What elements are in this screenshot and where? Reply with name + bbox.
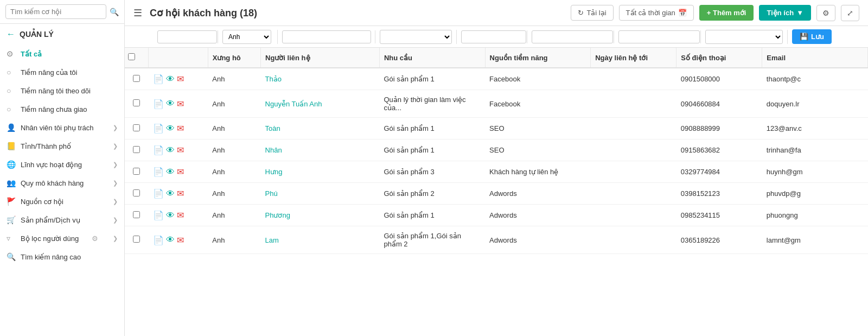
gear-icon[interactable]: ⚙	[92, 234, 98, 243]
doc-icon[interactable]: 📄	[153, 145, 164, 155]
eye-icon[interactable]: 👁	[166, 74, 175, 84]
mail-icon[interactable]: ✉	[177, 99, 184, 109]
row-actions-cell: 📄 👁 ✉	[149, 140, 208, 161]
mail-icon[interactable]: ✉	[177, 145, 184, 155]
eye-icon[interactable]: 👁	[166, 211, 175, 220]
sidebar-item-tiem-nang-toi-theo-doi[interactable]: ○ Tiềm năng tôi theo dõi	[0, 81, 124, 100]
row-sdt: 0901508000	[676, 68, 762, 90]
row-nguon: Facebook	[485, 90, 591, 118]
row-ngay	[591, 161, 676, 183]
chevron-right-icon-5: ❯	[113, 198, 118, 205]
filter-chuc-vu-select[interactable]	[380, 30, 452, 44]
row-email: huynh@gm	[762, 161, 868, 183]
eye-icon[interactable]: 👁	[166, 99, 175, 109]
row-checkbox[interactable]	[133, 189, 140, 196]
row-nguoi-lien-he: Thảo	[261, 68, 380, 90]
doc-icon[interactable]: 📄	[153, 74, 164, 84]
row-checkbox[interactable]	[133, 75, 140, 82]
filter-nhu-cau-input[interactable]	[157, 30, 217, 43]
filter-nguoi-lien-he	[278, 30, 375, 43]
nguoi-lien-he-link[interactable]: Toàn	[265, 124, 280, 132]
eye-icon[interactable]: 👁	[166, 167, 175, 177]
doc-icon[interactable]: 📄	[153, 123, 164, 134]
sidebar-item-bo-loc[interactable]: ▿ Bộ lọc người dùng ⚙ ❯	[0, 229, 124, 248]
doc-icon[interactable]: 📄	[153, 188, 164, 199]
nguoi-lien-he-link[interactable]: Lam	[265, 236, 279, 244]
row-checkbox[interactable]	[133, 99, 140, 106]
nguoi-lien-he-link[interactable]: Hưng	[265, 168, 283, 176]
doc-icon[interactable]: 📄	[153, 167, 164, 177]
filter-xung-ho-select[interactable]: Anh Chị Ông Bà	[222, 30, 271, 44]
mail-icon[interactable]: ✉	[177, 210, 184, 220]
row-ngay	[591, 118, 676, 140]
filter-nguoi-lien-he-input[interactable]	[282, 30, 371, 43]
earth-icon: 🌐	[7, 160, 16, 169]
add-new-button[interactable]: + Thêm mới	[699, 5, 754, 21]
sidebar-item-nhan-vien[interactable]: 👤 Nhân viên tôi phụ trách ❯	[0, 118, 124, 137]
doc-icon[interactable]: 📄	[153, 235, 164, 245]
expand-button[interactable]: ⤢	[841, 5, 859, 21]
sidebar-item-label: Quy mô khách hàng	[21, 179, 84, 187]
filter-sdt-input[interactable]	[461, 30, 526, 43]
sidebar-item-quy-mo[interactable]: 👥 Quy mô khách hàng ❯	[0, 174, 124, 192]
row-checkbox[interactable]	[133, 236, 140, 243]
reload-button[interactable]: ↻ Tải lại	[571, 5, 613, 21]
filter-nguon-select[interactable]	[705, 30, 783, 44]
eye-icon[interactable]: 👁	[166, 145, 175, 155]
mail-icon[interactable]: ✉	[177, 74, 184, 84]
save-button[interactable]: 💾 Lưu	[792, 29, 832, 44]
time-filter-button[interactable]: Tất cả thời gian 📅	[619, 5, 694, 21]
mail-icon[interactable]: ✉	[177, 167, 184, 177]
doc-icon[interactable]: 📄	[153, 210, 164, 220]
sidebar-item-tat-ca[interactable]: ⊙ Tất cả	[0, 45, 124, 63]
filter-email-input[interactable]	[532, 30, 613, 43]
row-nguon: SEO	[485, 118, 591, 140]
sidebar-item-tiem-nang-cua-toi[interactable]: ○ Tiềm năng của tôi	[0, 63, 124, 81]
row-nhu-cau: Gói sản phẩm 1	[379, 68, 485, 90]
tienich-button[interactable]: Tiện ích ▼	[759, 5, 811, 21]
row-checkbox-cell	[125, 226, 149, 254]
eye-icon[interactable]: 👁	[166, 235, 175, 245]
back-icon[interactable]: ←	[7, 29, 15, 39]
filter-nguon	[701, 30, 788, 44]
sidebar-item-tinh-thanh-pho[interactable]: 📒 Tỉnh/Thành phố ❯	[0, 137, 124, 155]
doc-icon[interactable]: 📄	[153, 99, 164, 109]
row-xung-ho: Anh	[208, 118, 260, 140]
row-email: phuvdp@g	[762, 183, 868, 205]
filter-ten-cty-input[interactable]	[618, 30, 700, 43]
mail-icon[interactable]: ✉	[177, 123, 184, 134]
row-checkbox[interactable]	[133, 211, 140, 218]
row-checkbox[interactable]	[133, 146, 140, 153]
nguoi-lien-he-link[interactable]: Nguyễn Tuấn Anh	[265, 100, 322, 108]
sidebar-item-tiem-nang-chua-giao[interactable]: ○ Tiềm năng chưa giao	[0, 100, 124, 118]
nguoi-lien-he-link[interactable]: Thảo	[265, 75, 282, 83]
nguoi-lien-he-link[interactable]: Phú	[265, 189, 278, 198]
sidebar-item-tim-kiem-nang-cao[interactable]: 🔍 Tìm kiếm nâng cao	[0, 248, 124, 266]
eye-icon[interactable]: 👁	[166, 189, 175, 199]
row-checkbox[interactable]	[133, 124, 140, 131]
row-actions-cell: 📄 👁 ✉	[149, 118, 208, 140]
menu-icon[interactable]: ☰	[133, 7, 142, 19]
row-nguon: Adwords	[485, 226, 591, 254]
search-input[interactable]	[5, 4, 106, 19]
mail-icon[interactable]: ✉	[177, 235, 184, 245]
person-icon: 👤	[7, 123, 16, 132]
row-sdt: 0398152123	[676, 183, 762, 205]
row-checkbox[interactable]	[133, 168, 140, 175]
sidebar-item-san-pham[interactable]: 🛒 Sản phẩm/Dịch vụ ❯	[0, 211, 124, 229]
row-checkbox-cell	[125, 90, 149, 118]
col-nhu-cau-header: Nhu cầu	[379, 48, 485, 68]
sidebar-item-nguon-co-hoi[interactable]: 🚩 Nguồn cơ hội ❯	[0, 192, 124, 211]
table-row: 📄 👁 ✉ Anh Phương Gói sản phẩm 1 Adwords …	[125, 205, 868, 226]
nguoi-lien-he-link[interactable]: Phương	[265, 211, 290, 219]
sidebar-item-linh-vuc[interactable]: 🌐 Lĩnh vực hoạt động ❯	[0, 155, 124, 174]
nguoi-lien-he-link[interactable]: Nhân	[265, 146, 282, 154]
mail-icon[interactable]: ✉	[177, 188, 184, 199]
settings-button[interactable]: ⚙	[816, 5, 835, 21]
col-ngay-header: Ngày liên hệ tới	[591, 48, 676, 68]
row-checkbox-cell	[125, 205, 149, 226]
row-nguon: Facebook	[485, 68, 591, 90]
book-icon: 📒	[7, 142, 16, 150]
select-all-checkbox[interactable]	[128, 53, 135, 60]
eye-icon[interactable]: 👁	[166, 124, 175, 134]
